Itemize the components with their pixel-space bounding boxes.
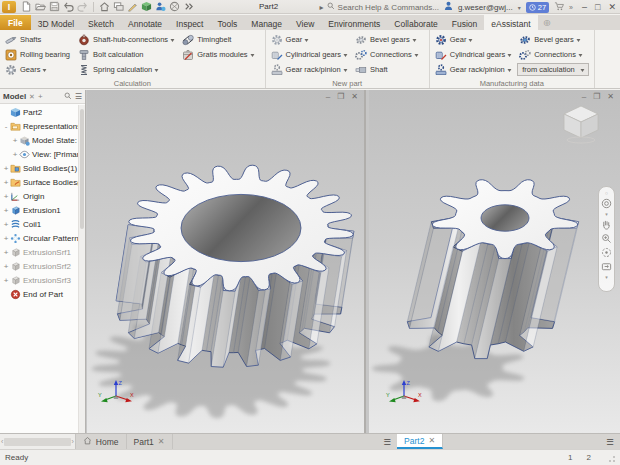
doc-tab-home[interactable]: Home [76, 434, 127, 449]
switch-icon[interactable] [113, 1, 124, 12]
combo-from-calculation[interactable]: from calculation▾ [517, 63, 589, 76]
chevron-down-icon[interactable]: ▾ [605, 275, 608, 279]
viewport-restore-icon[interactable]: ❐ [593, 93, 600, 101]
ribbon-tab-inspect[interactable]: Inspect [169, 15, 210, 30]
tree-item-circular-pattern1[interactable]: +Circular Pattern1 [0, 231, 78, 245]
tree-item-surface-bodies-3[interactable]: +Surface Bodies(3) [0, 175, 78, 189]
open-icon[interactable] [35, 1, 46, 12]
button-gear-rack-pinion[interactable]: Gear rack/pinion▾ [433, 62, 517, 77]
app-logo-icon[interactable]: I [2, 1, 16, 13]
browser-add-tab-icon[interactable]: + [38, 92, 43, 101]
doc-tab-part2[interactable]: Part2✕ [397, 434, 443, 449]
steering-wheel-icon[interactable] [601, 198, 612, 209]
tree-item-extrusionsrf1[interactable]: +ExtrusionSrf1 [0, 245, 78, 259]
zoom-icon[interactable] [601, 233, 612, 244]
expand-icon[interactable]: + [2, 248, 10, 257]
button-connections[interactable]: Connections▾ [353, 47, 424, 62]
ribbon-tab-fusion[interactable]: Fusion [445, 15, 485, 30]
button-gratis-modules[interactable]: Gratis modules▾ [180, 47, 259, 62]
viewport-minimize-icon[interactable]: – [326, 93, 330, 101]
ribbon-tab-collaborate[interactable]: Collaborate [387, 15, 444, 30]
expand-icon[interactable]: + [2, 192, 10, 201]
browser-tab-model[interactable]: Model [3, 92, 26, 101]
cart-icon[interactable] [554, 2, 564, 13]
ribbon-tab-annotate[interactable]: Annotate [121, 15, 169, 30]
look-at-icon[interactable] [601, 261, 612, 272]
tree-item-extrusionsrf2[interactable]: +ExtrusionSrf2 [0, 259, 78, 273]
expand-icon[interactable]: + [2, 234, 10, 243]
ribbon-tab-view[interactable]: View [289, 15, 321, 30]
more-chevrons-icon[interactable] [183, 1, 194, 12]
button-shafts[interactable]: Shafts [3, 32, 76, 47]
ribbon-tab-manage[interactable]: Manage [244, 15, 289, 30]
orbit-icon[interactable] [601, 247, 612, 258]
tree-item-extrusion1[interactable]: +Extrusion1 [0, 203, 78, 217]
browser-tab-close-icon[interactable]: ✕ [29, 93, 35, 101]
ribbon-tab-eassistant[interactable]: eAssistant [484, 15, 537, 30]
button-gear-rack-pinion[interactable]: Gear rack/pinion▾ [269, 62, 353, 77]
button-cylindrical-gears[interactable]: Cylindrical gears▾ [269, 47, 353, 62]
navbar-handle-icon[interactable]: ○ [605, 191, 608, 195]
search-box[interactable]: ▸ Search Help & Commands... [320, 2, 439, 12]
home-icon[interactable] [99, 1, 110, 12]
ribbon-tab-3d-model[interactable]: 3D Model [31, 15, 81, 30]
person-collab-icon[interactable] [155, 1, 166, 12]
button-connections[interactable]: Connections▾ [517, 47, 589, 62]
expand-icon[interactable]: + [2, 164, 10, 173]
tree-item-end-of-part[interactable]: End of Part [0, 287, 78, 301]
viewport-close-icon[interactable]: ✕ [351, 93, 358, 101]
tree-item-extrusionsrf3[interactable]: +ExtrusionSrf3 [0, 273, 78, 287]
expand-icon[interactable]: + [2, 206, 10, 215]
tree-item-solid-bodies-1[interactable]: +Solid Bodies(1) [0, 161, 78, 175]
viewport-right[interactable]: – ❐ ✕ ○ ▾ ▾ ZXY [369, 90, 620, 433]
tab-overflow-icon[interactable]: ◎ [538, 15, 557, 30]
tree-item-representations[interactable]: -Representations [0, 119, 78, 133]
browser-search-icon[interactable] [64, 92, 72, 102]
chevron-down-icon[interactable]: ▾ [605, 212, 608, 216]
view-cube[interactable] [558, 100, 604, 146]
browser-vertical-scrollbar[interactable] [78, 105, 85, 433]
expand-icon[interactable]: + [2, 178, 10, 187]
browser-horizontal-scrollbar[interactable]: ‹› [0, 434, 76, 449]
more-chevrons-icon[interactable]: » [569, 4, 573, 11]
viewport-restore-icon[interactable]: ❐ [337, 93, 344, 101]
button-spring-calculation[interactable]: Spring calculation▾ [76, 62, 180, 77]
expand-icon[interactable]: + [2, 262, 10, 271]
browser-menu-icon[interactable]: ☰ [75, 92, 82, 101]
ribbon-tab-file[interactable]: File [0, 15, 31, 30]
ribbon-tab-sketch[interactable]: Sketch [81, 15, 121, 30]
tree-item-view-primary[interactable]: +View: [Primary] [0, 147, 78, 161]
button-cylindrical-gears[interactable]: Cylindrical gears▾ [433, 47, 517, 62]
undo-icon[interactable] [63, 1, 74, 12]
button-gears[interactable]: Gears▾ [3, 62, 76, 77]
tree-item-part2[interactable]: Part2 [0, 105, 78, 119]
button-shaft-hub-connections[interactable]: Shaft-hub-connections▾ [76, 32, 180, 47]
collapse-icon[interactable]: - [2, 122, 10, 131]
expand-icon[interactable]: + [2, 220, 10, 229]
ribbon-tab-environments[interactable]: Environments [321, 15, 387, 30]
save-icon[interactable] [49, 1, 60, 12]
tree-item-coil1[interactable]: +Coil1 [0, 217, 78, 231]
doc-tab-menu-icon[interactable]: ☰ [600, 434, 620, 449]
expand-icon[interactable]: + [2, 276, 10, 285]
sketch-icon[interactable] [127, 1, 138, 12]
button-timingbelt[interactable]: Timingbelt [180, 32, 259, 47]
button-rolling-bearing[interactable]: Rolling bearing [3, 47, 76, 62]
resize-grip[interactable] [607, 454, 615, 462]
close-tab-icon[interactable]: ✕ [158, 437, 165, 446]
viewport-minimize-icon[interactable]: – [582, 93, 586, 101]
close-tab-icon[interactable]: ✕ [428, 436, 435, 445]
doc-tab-menu-icon[interactable]: ☰ [377, 434, 397, 449]
tree-item-origin[interactable]: +Origin [0, 189, 78, 203]
button-bevel-gears[interactable]: Bevel gears▾ [517, 32, 589, 47]
doc-tab-part1[interactable]: Part1✕ [127, 434, 173, 449]
maximize-button[interactable]: □ [595, 2, 600, 12]
viewport-left[interactable]: – ❐ ✕ ZXY [87, 90, 366, 433]
render-icon[interactable] [169, 1, 180, 12]
button-bolt-calculation[interactable]: Bolt calculation [76, 47, 180, 62]
expand-icon[interactable]: + [11, 150, 19, 159]
expand-icon[interactable]: + [11, 136, 19, 145]
signed-in-user[interactable]: g.weser@gwj... [458, 3, 513, 12]
button-gear[interactable]: Gear▾ [433, 32, 517, 47]
viewport-close-icon[interactable]: ✕ [607, 93, 614, 101]
